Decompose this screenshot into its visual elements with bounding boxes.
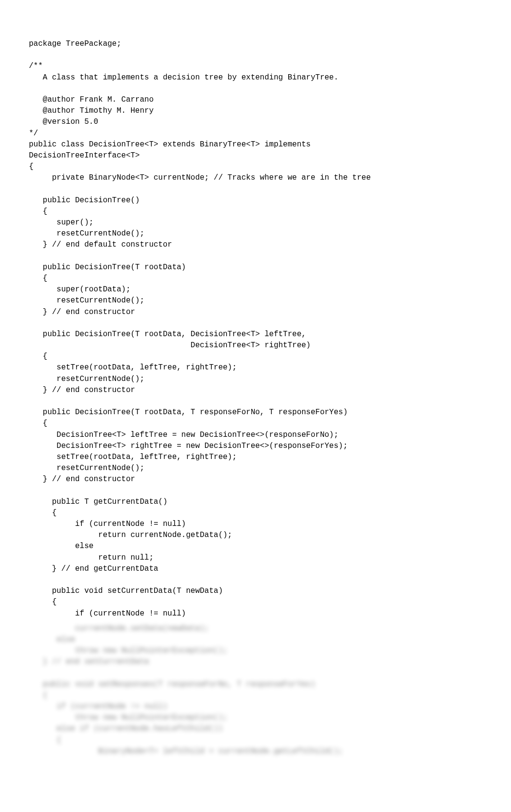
code-content: package TreePackage; /** A class that im… bbox=[29, 39, 482, 619]
blurred-code-content: currentNode.setData(newData); else throw… bbox=[29, 623, 482, 757]
